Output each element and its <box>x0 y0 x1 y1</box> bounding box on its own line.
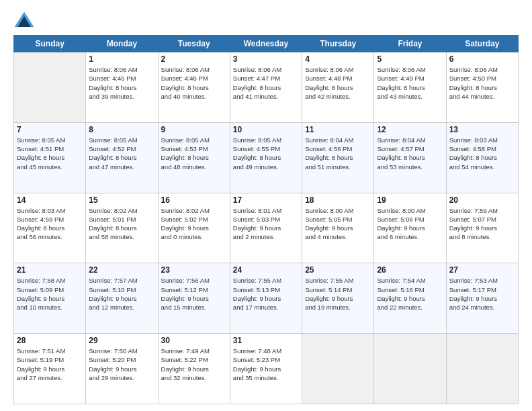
day-number: 22 <box>89 265 154 275</box>
weekday-header-row: SundayMondayTuesdayWednesdayThursdayFrid… <box>14 36 519 52</box>
day-info: Sunrise: 8:06 AMSunset: 4:49 PMDaylight:… <box>377 65 443 101</box>
calendar-cell: 25Sunrise: 7:55 AMSunset: 5:14 PMDayligh… <box>302 263 374 334</box>
calendar-cell: 12Sunrise: 8:04 AMSunset: 4:57 PMDayligh… <box>374 122 446 193</box>
calendar-cell: 17Sunrise: 8:01 AMSunset: 5:03 PMDayligh… <box>230 193 302 263</box>
day-info: Sunrise: 7:49 AMSunset: 5:22 PMDaylight:… <box>161 347 227 382</box>
calendar-week-1: 1Sunrise: 8:06 AMSunset: 4:45 PMDaylight… <box>14 52 519 123</box>
calendar-table: SundayMondayTuesdayWednesdayThursdayFrid… <box>13 35 519 404</box>
day-number: 30 <box>161 336 227 345</box>
day-info: Sunrise: 7:48 AMSunset: 5:23 PMDaylight:… <box>233 347 299 382</box>
day-number: 11 <box>305 125 371 134</box>
weekday-header-saturday: Saturday <box>446 36 518 52</box>
day-number: 15 <box>89 195 154 205</box>
day-number: 3 <box>233 54 299 64</box>
day-info: Sunrise: 7:55 AMSunset: 5:13 PMDaylight:… <box>233 276 299 312</box>
calendar-cell: 7Sunrise: 8:05 AMSunset: 4:51 PMDaylight… <box>14 122 86 193</box>
day-info: Sunrise: 7:56 AMSunset: 5:12 PMDaylight:… <box>161 276 227 312</box>
day-number: 28 <box>17 336 83 345</box>
day-number: 6 <box>449 54 515 64</box>
calendar-week-4: 21Sunrise: 7:58 AMSunset: 5:09 PMDayligh… <box>14 263 519 334</box>
day-info: Sunrise: 8:05 AMSunset: 4:53 PMDaylight:… <box>161 136 227 171</box>
day-info: Sunrise: 7:51 AMSunset: 5:19 PMDaylight:… <box>17 347 83 382</box>
day-info: Sunrise: 7:53 AMSunset: 5:17 PMDaylight:… <box>449 276 515 312</box>
day-number: 20 <box>449 195 515 205</box>
weekday-header-thursday: Thursday <box>302 36 374 52</box>
calendar-cell: 5Sunrise: 8:06 AMSunset: 4:49 PMDaylight… <box>374 52 446 123</box>
day-number: 27 <box>449 265 515 275</box>
calendar-cell: 15Sunrise: 8:02 AMSunset: 5:01 PMDayligh… <box>86 193 158 263</box>
day-number: 10 <box>233 125 299 134</box>
weekday-header-monday: Monday <box>86 36 158 52</box>
calendar-cell: 19Sunrise: 8:00 AMSunset: 5:06 PMDayligh… <box>374 193 446 263</box>
day-number: 19 <box>377 195 443 205</box>
calendar-cell: 20Sunrise: 7:59 AMSunset: 5:07 PMDayligh… <box>446 193 518 263</box>
day-info: Sunrise: 8:04 AMSunset: 4:57 PMDaylight:… <box>377 136 443 171</box>
day-number: 24 <box>233 265 299 275</box>
day-info: Sunrise: 8:02 AMSunset: 5:02 PMDaylight:… <box>161 206 227 242</box>
day-info: Sunrise: 7:58 AMSunset: 5:09 PMDaylight:… <box>17 276 83 312</box>
calendar-week-5: 28Sunrise: 7:51 AMSunset: 5:19 PMDayligh… <box>14 334 519 404</box>
day-number: 23 <box>161 265 227 275</box>
day-info: Sunrise: 8:03 AMSunset: 4:59 PMDaylight:… <box>17 206 83 242</box>
day-number: 7 <box>17 125 83 134</box>
weekday-header-sunday: Sunday <box>14 36 86 52</box>
day-info: Sunrise: 7:54 AMSunset: 5:16 PMDaylight:… <box>377 276 443 312</box>
calendar-cell: 9Sunrise: 8:05 AMSunset: 4:53 PMDaylight… <box>158 122 230 193</box>
day-info: Sunrise: 8:06 AMSunset: 4:47 PMDaylight:… <box>233 65 299 101</box>
day-info: Sunrise: 8:05 AMSunset: 4:52 PMDaylight:… <box>89 136 154 171</box>
weekday-header-wednesday: Wednesday <box>230 36 302 52</box>
calendar-week-3: 14Sunrise: 8:03 AMSunset: 4:59 PMDayligh… <box>14 193 519 263</box>
calendar-cell <box>302 334 374 404</box>
day-number: 13 <box>449 125 515 134</box>
calendar-cell: 21Sunrise: 7:58 AMSunset: 5:09 PMDayligh… <box>14 263 86 334</box>
calendar-cell: 30Sunrise: 7:49 AMSunset: 5:22 PMDayligh… <box>158 334 230 404</box>
day-info: Sunrise: 8:04 AMSunset: 4:56 PMDaylight:… <box>305 136 371 171</box>
calendar-cell: 10Sunrise: 8:05 AMSunset: 4:55 PMDayligh… <box>230 122 302 193</box>
day-number: 26 <box>377 265 443 275</box>
page: SundayMondayTuesdayWednesdayThursdayFrid… <box>0 0 532 411</box>
day-info: Sunrise: 8:03 AMSunset: 4:58 PMDaylight:… <box>449 136 515 171</box>
day-info: Sunrise: 7:59 AMSunset: 5:07 PMDaylight:… <box>449 206 515 242</box>
header <box>13 11 519 30</box>
day-info: Sunrise: 8:00 AMSunset: 5:06 PMDaylight:… <box>377 206 443 242</box>
calendar-cell: 11Sunrise: 8:04 AMSunset: 4:56 PMDayligh… <box>302 122 374 193</box>
calendar-cell: 31Sunrise: 7:48 AMSunset: 5:23 PMDayligh… <box>230 334 302 404</box>
calendar-cell: 18Sunrise: 8:00 AMSunset: 5:05 PMDayligh… <box>302 193 374 263</box>
day-info: Sunrise: 8:06 AMSunset: 4:45 PMDaylight:… <box>89 65 154 101</box>
calendar-header: SundayMondayTuesdayWednesdayThursdayFrid… <box>14 36 519 52</box>
calendar-cell: 22Sunrise: 7:57 AMSunset: 5:10 PMDayligh… <box>86 263 158 334</box>
calendar-cell: 8Sunrise: 8:05 AMSunset: 4:52 PMDaylight… <box>86 122 158 193</box>
day-info: Sunrise: 8:02 AMSunset: 5:01 PMDaylight:… <box>89 206 154 242</box>
calendar-cell: 24Sunrise: 7:55 AMSunset: 5:13 PMDayligh… <box>230 263 302 334</box>
day-info: Sunrise: 8:01 AMSunset: 5:03 PMDaylight:… <box>233 206 299 242</box>
calendar-body: 1Sunrise: 8:06 AMSunset: 4:45 PMDaylight… <box>14 52 519 404</box>
day-number: 18 <box>305 195 371 205</box>
weekday-header-friday: Friday <box>374 36 446 52</box>
calendar-cell: 13Sunrise: 8:03 AMSunset: 4:58 PMDayligh… <box>446 122 518 193</box>
day-info: Sunrise: 8:06 AMSunset: 4:48 PMDaylight:… <box>305 65 371 101</box>
day-number: 25 <box>305 265 371 275</box>
calendar-cell: 23Sunrise: 7:56 AMSunset: 5:12 PMDayligh… <box>158 263 230 334</box>
calendar-cell: 29Sunrise: 7:50 AMSunset: 5:20 PMDayligh… <box>86 334 158 404</box>
weekday-header-tuesday: Tuesday <box>158 36 230 52</box>
day-number: 4 <box>305 54 371 64</box>
calendar-cell: 6Sunrise: 8:06 AMSunset: 4:50 PMDaylight… <box>446 52 518 123</box>
day-number: 31 <box>233 336 299 345</box>
day-number: 2 <box>161 54 227 64</box>
day-info: Sunrise: 8:06 AMSunset: 4:50 PMDaylight:… <box>449 65 515 101</box>
calendar-cell: 4Sunrise: 8:06 AMSunset: 4:48 PMDaylight… <box>302 52 374 123</box>
day-info: Sunrise: 8:05 AMSunset: 4:51 PMDaylight:… <box>17 136 83 171</box>
calendar-cell <box>374 334 446 404</box>
calendar-cell: 3Sunrise: 8:06 AMSunset: 4:47 PMDaylight… <box>230 52 302 123</box>
day-number: 12 <box>377 125 443 134</box>
day-number: 29 <box>89 336 154 345</box>
calendar-week-2: 7Sunrise: 8:05 AMSunset: 4:51 PMDaylight… <box>14 122 519 193</box>
day-info: Sunrise: 8:06 AMSunset: 4:46 PMDaylight:… <box>161 65 227 101</box>
day-info: Sunrise: 7:50 AMSunset: 5:20 PMDaylight:… <box>89 347 154 382</box>
calendar-cell: 14Sunrise: 8:03 AMSunset: 4:59 PMDayligh… <box>14 193 86 263</box>
calendar-cell: 16Sunrise: 8:02 AMSunset: 5:02 PMDayligh… <box>158 193 230 263</box>
day-number: 8 <box>89 125 154 134</box>
calendar-cell: 2Sunrise: 8:06 AMSunset: 4:46 PMDaylight… <box>158 52 230 123</box>
day-info: Sunrise: 8:05 AMSunset: 4:55 PMDaylight:… <box>233 136 299 171</box>
day-number: 14 <box>17 195 83 205</box>
